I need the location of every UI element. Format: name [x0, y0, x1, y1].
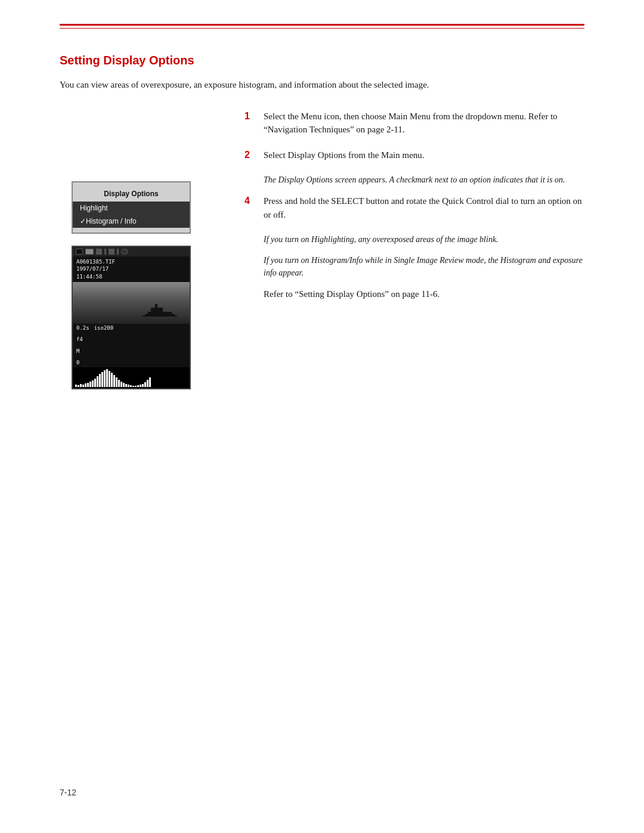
hist-bar-11: [99, 374, 101, 387]
step-1: 1 Select the Menu icon, then choose Main…: [244, 110, 584, 137]
histogram-area: [73, 367, 190, 388]
hist-bar-23: [128, 385, 129, 387]
step-4: 4 Press and hold the SELECT button and r…: [244, 194, 584, 221]
step-1-content: Select the Menu icon, then choose Main M…: [264, 110, 584, 137]
cam-icon-3: [96, 249, 102, 255]
camera-filename: A0601385.TIF: [76, 258, 186, 266]
hist-bar-20: [120, 382, 122, 387]
hist-bar-6: [87, 383, 89, 387]
camera-time: 11:44:58: [76, 273, 186, 281]
step-2-note: The Display Options screen appears. A ch…: [264, 174, 584, 186]
camera-exposure: 0.2s: [76, 325, 89, 331]
hist-bar-2: [78, 385, 79, 387]
camera-mode: M: [76, 348, 79, 354]
hist-bar-7: [89, 382, 91, 387]
hist-bar-18: [116, 377, 117, 387]
hist-bar-32: [149, 377, 151, 387]
display-options-screen-title: Display Options: [73, 187, 190, 202]
cam-icon-1: [76, 249, 83, 255]
hist-bar-12: [101, 372, 103, 387]
step-4-note-2: If you turn on Histogram/Info while in S…: [264, 254, 584, 279]
hist-bar-10: [97, 376, 98, 387]
camera-info: A0601385.TIF 1997/07/17 11:44:58: [73, 256, 190, 283]
hist-bar-28: [140, 385, 141, 387]
hist-bar-24: [130, 385, 132, 387]
step-4-note-1: If you turn on Highlighting, any overexp…: [264, 233, 584, 246]
step-4-content: Press and hold the SELECT button and rot…: [264, 194, 584, 221]
cam-icon-4: [104, 249, 106, 255]
content-area: Display Options Highlight ✓Histogram / I…: [60, 110, 584, 390]
svg-marker-3: [142, 313, 148, 317]
left-column: Display Options Highlight ✓Histogram / I…: [60, 110, 227, 390]
camera-data-bar: 0.2s iso200: [73, 324, 190, 332]
page-container: Setting Display Options You can view are…: [0, 0, 644, 833]
cam-icon-6: [117, 249, 119, 255]
step-2: 2 Select Display Options from the Main m…: [244, 148, 584, 162]
camera-date: 1997/07/17: [76, 265, 186, 273]
hist-bar-22: [125, 384, 127, 387]
hist-bar-1: [75, 385, 77, 387]
step-4-refer: Refer to “Setting Display Options” on pa…: [264, 287, 584, 301]
cam-icon-5: [109, 249, 114, 255]
hist-bar-30: [144, 382, 146, 387]
ship-silhouette: [142, 303, 178, 318]
hist-bar-3: [80, 384, 82, 387]
cam-icon-2: [85, 249, 94, 255]
hist-bar-19: [118, 380, 120, 387]
svg-marker-4: [172, 313, 178, 317]
camera-mode-row: M: [73, 345, 190, 356]
step-4-number: 4: [244, 194, 256, 208]
camera-value-row: 0: [73, 356, 190, 367]
hist-bar-31: [147, 380, 148, 387]
step-2-content: Select Display Options from the Main men…: [264, 148, 584, 162]
display-options-item-histogram: ✓Histogram / Info: [73, 215, 190, 228]
hist-bar-26: [135, 386, 137, 387]
hist-bar-9: [94, 379, 96, 387]
hist-bar-25: [132, 386, 134, 387]
hist-bar-8: [92, 380, 94, 387]
svg-rect-2: [155, 304, 157, 308]
camera-value: 0: [76, 360, 79, 366]
section-title: Setting Display Options: [60, 54, 584, 67]
camera-aperture-row: f4: [73, 332, 190, 345]
camera-top-bar: [73, 247, 190, 256]
camera-screen: A0601385.TIF 1997/07/17 11:44:58: [72, 246, 191, 390]
camera-image-area: [73, 282, 190, 324]
intro-paragraph: You can view areas of overexposure, an e…: [60, 78, 429, 92]
hist-bar-17: [113, 375, 115, 387]
step-2-number: 2: [244, 148, 256, 162]
camera-aperture: f4: [76, 336, 83, 342]
camera-iso: iso200: [94, 325, 114, 331]
svg-rect-0: [148, 312, 172, 317]
page-number: 7-12: [60, 788, 76, 797]
hist-bar-29: [142, 384, 144, 387]
right-column: 1 Select the Menu icon, then choose Main…: [244, 110, 584, 309]
hist-bar-13: [104, 370, 106, 387]
header-line-thick: [60, 24, 584, 26]
svg-rect-1: [151, 308, 163, 312]
hist-bar-14: [106, 369, 108, 387]
header-decoration: [60, 24, 584, 29]
hist-bar-4: [82, 385, 84, 387]
hist-bar-16: [111, 373, 113, 387]
hist-bar-5: [85, 383, 86, 387]
cam-icon-7: [121, 249, 128, 255]
display-options-item-highlight: Highlight: [73, 202, 190, 215]
step-1-number: 1: [244, 110, 256, 123]
hist-bar-21: [123, 383, 125, 387]
hist-bar-27: [137, 385, 139, 387]
header-line-thin: [60, 28, 584, 29]
display-options-screen: Display Options Highlight ✓Histogram / I…: [72, 181, 191, 234]
hist-bar-15: [109, 371, 110, 387]
